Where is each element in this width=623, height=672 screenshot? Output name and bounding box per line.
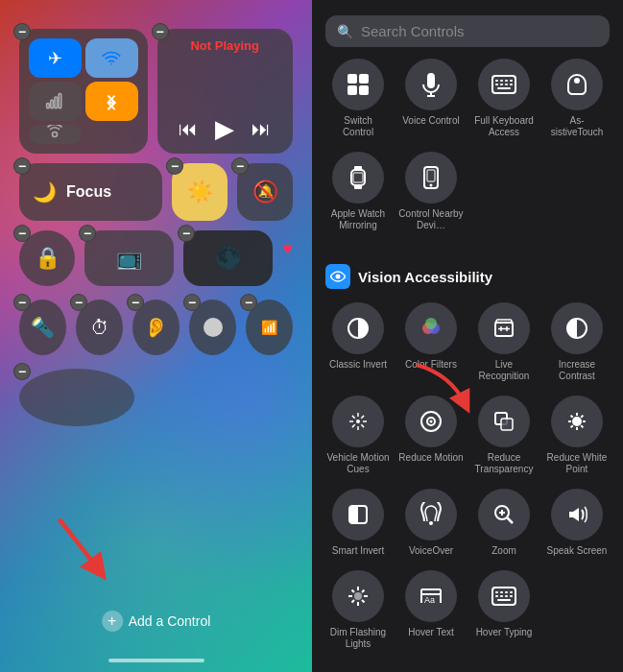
add-control-button[interactable]: + Add a Control — [102, 611, 211, 632]
rewind-btn[interactable]: ⏮ — [179, 118, 198, 140]
svg-rect-0 — [47, 103, 50, 108]
forward-btn[interactable]: ⏭ — [252, 118, 271, 140]
wifi-btn[interactable] — [85, 38, 138, 78]
voiceover-label: VoiceOver — [409, 545, 453, 557]
minus-badge-lock[interactable]: − — [13, 225, 31, 242]
minus-badge-flashlight[interactable]: − — [13, 294, 31, 311]
hover-text-label: Hover Text — [408, 627, 454, 638]
control-assistive-touch[interactable]: As-sistiveTouch — [544, 59, 610, 138]
right-panel: 🔍 Search Controls SwitchControl — [312, 0, 623, 672]
svg-rect-79 — [505, 591, 508, 593]
control-center-container: − ✈ − Not Playing ⏮ — [19, 29, 293, 426]
control-apple-watch[interactable]: Apple Watch Mirroring — [325, 152, 391, 231]
now-playing-tile[interactable]: − Not Playing ⏮ ▶ ⏭ — [157, 29, 294, 154]
control-nearby[interactable]: Control Nearby Devi… — [398, 152, 464, 231]
hearing-btn[interactable]: − 👂 — [132, 300, 180, 355]
signal-btn[interactable]: − 📶 — [246, 300, 293, 355]
svg-line-47 — [361, 416, 364, 419]
control-voiceover[interactable]: VoiceOver — [398, 489, 464, 557]
control-dim-flashing[interactable]: Dim Flashing Lights — [325, 570, 391, 650]
control-reduce-white-point[interactable]: Reduce White Point — [544, 396, 610, 475]
control-vehicle-motion[interactable]: Vehicle Motion Cues — [325, 396, 391, 475]
control-full-keyboard[interactable]: Full Keyboard Access — [471, 59, 537, 138]
bluetooth-btn[interactable] — [85, 82, 138, 121]
lock-rotation-tile[interactable]: − 🔒 — [19, 230, 75, 286]
minus-badge-focus[interactable]: − — [13, 157, 31, 175]
increase-contrast-label: Increase Contrast — [544, 359, 610, 382]
focus-label: Focus — [66, 183, 111, 201]
sound-off-icon: 🔕 — [252, 180, 278, 204]
control-voice-control[interactable]: Voice Control — [398, 59, 464, 138]
minus-badge-hearing[interactable]: − — [127, 294, 144, 311]
svg-line-67 — [508, 518, 514, 524]
control-classic-invert[interactable]: Classic Invert — [325, 302, 391, 382]
vehicle-motion-icon — [332, 396, 384, 447]
timer-btn[interactable]: − ⏱ — [76, 300, 123, 355]
minus-badge-signal[interactable]: − — [240, 294, 257, 311]
focus-tile[interactable]: − 🌙 Focus — [19, 163, 162, 221]
record-icon — [204, 318, 223, 337]
cellular-btn[interactable] — [29, 82, 82, 121]
minus-badge-dark[interactable]: − — [178, 225, 195, 242]
minus-badge-mirror[interactable]: − — [79, 225, 96, 242]
minus-badge-brightness[interactable]: − — [166, 157, 183, 175]
reduce-white-point-label: Reduce White Point — [544, 452, 610, 475]
reduce-transparency-label: Reduce Transparency — [471, 452, 537, 475]
voice-control-icon — [405, 59, 457, 110]
row-2: − 🌙 Focus − ☀️ − 🔕 — [19, 163, 293, 221]
control-nearby-label: Control Nearby Devi… — [398, 208, 464, 231]
minus-badge-timer[interactable]: − — [70, 294, 87, 311]
control-increase-contrast[interactable]: Increase Contrast — [544, 302, 610, 382]
screen-mirror-tile[interactable]: − 📺 — [84, 230, 174, 286]
hover-typing-label: Hover Typing — [476, 627, 533, 638]
minus-badge-nowplaying[interactable]: − — [152, 23, 169, 40]
svg-rect-17 — [505, 80, 508, 82]
reduce-transparency-icon — [478, 396, 530, 447]
record-btn[interactable]: − — [189, 300, 236, 355]
svg-rect-18 — [510, 80, 513, 82]
control-switch-control[interactable]: SwitchControl — [325, 59, 391, 138]
minus-badge-record[interactable]: − — [183, 294, 201, 311]
svg-line-62 — [571, 425, 573, 427]
brightness-tile[interactable]: − ☀️ — [172, 163, 228, 221]
control-hover-text[interactable]: Aa Hover Text — [398, 570, 464, 650]
vision-section-icon — [325, 264, 350, 289]
minus-badge-sound[interactable]: − — [231, 157, 249, 175]
airplane-mode-btn[interactable]: ✈ — [29, 38, 82, 78]
sound-tile[interactable]: − 🔕 — [237, 163, 293, 221]
control-hover-typing[interactable]: Hover Typing — [471, 570, 537, 650]
assistive-touch-label: As-sistiveTouch — [551, 115, 603, 138]
svg-line-61 — [581, 416, 583, 418]
classic-invert-icon — [332, 302, 384, 354]
svg-rect-85 — [497, 599, 511, 601]
minus-badge-large[interactable]: − — [13, 363, 31, 380]
control-reduce-transparency[interactable]: Reduce Transparency — [471, 396, 537, 475]
large-round-tile[interactable]: − — [19, 369, 134, 426]
svg-rect-22 — [510, 84, 513, 85]
svg-rect-28 — [354, 185, 362, 189]
svg-rect-23 — [497, 87, 511, 89]
airdrop-btn[interactable] — [29, 125, 82, 144]
minus-badge-connectivity[interactable]: − — [13, 23, 31, 40]
control-live-recognition[interactable]: LiveRecognition — [471, 302, 537, 382]
control-speak-screen[interactable]: Speak Screen — [544, 489, 610, 557]
full-keyboard-label: Full Keyboard Access — [471, 115, 537, 138]
control-smart-invert[interactable]: Smart Invert — [325, 489, 391, 557]
svg-point-37 — [425, 318, 437, 329]
control-zoom[interactable]: Zoom — [471, 489, 537, 557]
svg-rect-11 — [427, 73, 435, 88]
switch-control-icon — [332, 59, 384, 110]
row-1: − ✈ − Not Playing ⏮ — [19, 29, 293, 154]
dark-mode-tile[interactable]: − 🌑 — [183, 230, 273, 286]
mirror-icon: 📺 — [116, 246, 142, 271]
svg-rect-21 — [505, 84, 508, 85]
flashlight-btn[interactable]: − 🔦 — [19, 300, 66, 355]
zoom-icon — [478, 489, 530, 540]
svg-rect-1 — [51, 100, 54, 108]
connectivity-tile[interactable]: − ✈ — [19, 29, 148, 154]
search-bar[interactable]: 🔍 Search Controls — [325, 15, 610, 47]
smart-invert-icon — [332, 489, 384, 540]
svg-rect-78 — [500, 591, 503, 593]
play-btn[interactable]: ▶ — [215, 114, 234, 144]
svg-rect-27 — [354, 166, 362, 170]
